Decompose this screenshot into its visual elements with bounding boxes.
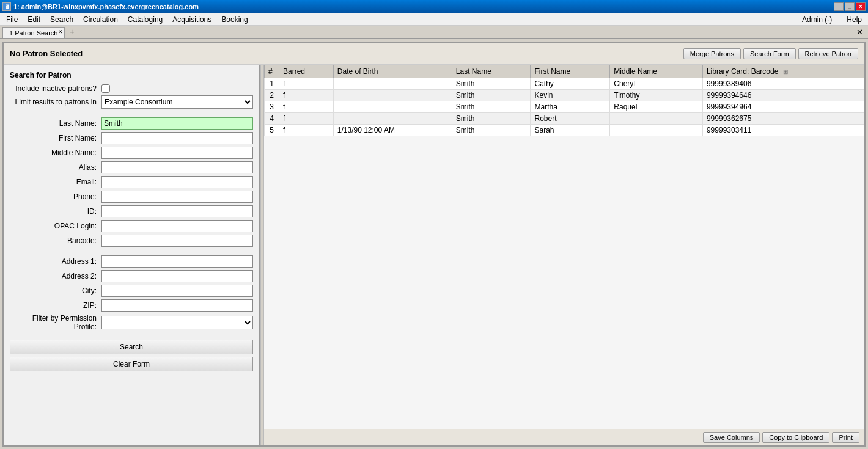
phone-input[interactable] <box>101 191 253 203</box>
merge-patrons-button[interactable]: Merge Patrons <box>683 48 741 59</box>
opac-login-row: OPAC Login: <box>10 220 253 232</box>
retrieve-patron-button[interactable]: Retrieve Patron <box>798 48 858 59</box>
patron-status-title: No Patron Selected <box>10 49 83 58</box>
minimize-button[interactable]: — <box>834 2 844 11</box>
cell-middlename <box>610 125 703 136</box>
search-form-title: Search for Patron <box>10 71 253 79</box>
cell-middlename: Cheryl <box>610 78 703 90</box>
cell-barred: f <box>279 113 334 125</box>
id-input[interactable] <box>101 205 253 217</box>
cell-lastname: Smith <box>452 113 531 125</box>
tab-close-icon[interactable]: ✕ <box>58 29 63 35</box>
menu-booking[interactable]: Booking <box>216 13 252 25</box>
zip-row: ZIP: <box>10 299 253 312</box>
filter-profile-select[interactable] <box>101 316 253 329</box>
last-name-input[interactable] <box>101 117 253 130</box>
table-footer: Save Columns Copy to Clipboard Print <box>264 429 864 445</box>
tab-add-button[interactable]: + <box>66 26 78 38</box>
clear-form-button[interactable]: Clear Form <box>10 357 253 371</box>
search-form-button[interactable]: Search Form <box>743 48 796 59</box>
address1-input[interactable] <box>101 255 253 268</box>
address2-input[interactable] <box>101 270 253 282</box>
menu-circulation[interactable]: Circulation <box>78 13 123 25</box>
menu-edit[interactable]: Edit <box>23 13 45 25</box>
alias-input[interactable] <box>101 161 253 173</box>
maximize-button[interactable]: □ <box>845 2 855 11</box>
app-icon: 🖥 <box>2 2 11 11</box>
cell-firstname: Cathy <box>531 78 610 90</box>
cell-lastname: Smith <box>452 78 531 90</box>
cell-lastname: Smith <box>452 90 531 101</box>
opac-login-label: OPAC Login: <box>10 222 101 230</box>
include-inactive-label: Include inactive patrons? <box>10 84 101 93</box>
cell-dob <box>333 101 452 113</box>
title-bar: 🖥 1: admin@BR1-winxpvmfx.phasefx.evergre… <box>0 0 868 13</box>
menu-search[interactable]: Search <box>45 13 78 25</box>
close-window-icon[interactable]: ✕ <box>856 27 863 37</box>
table-row[interactable]: 4 f Smith Robert 99999362675 <box>265 113 864 125</box>
address2-row: Address 2: <box>10 270 253 282</box>
table-row[interactable]: 3 f Smith Martha Raquel 99999394964 <box>265 101 864 113</box>
title-bar-text: 1: admin@BR1-winxpvmfx.phasefx.evergreen… <box>13 3 199 10</box>
menu-file[interactable]: File <box>1 13 23 25</box>
cell-librarycard: 99999303411 <box>702 125 864 136</box>
col-header-num: # <box>265 65 279 78</box>
menu-admin[interactable]: Admin (-) <box>797 15 837 24</box>
print-button[interactable]: Print <box>832 432 859 443</box>
cell-librarycard: 99999394964 <box>702 101 864 113</box>
limit-results-select[interactable]: Example Consortium <box>101 95 253 109</box>
col-header-barred: Barred <box>279 65 334 78</box>
cell-firstname: Robert <box>531 113 610 125</box>
cell-lastname: Smith <box>452 125 531 136</box>
middle-name-label: Middle Name: <box>10 148 101 157</box>
cell-middlename <box>610 113 703 125</box>
last-name-row: Last Name: <box>10 117 253 130</box>
main-content: No Patron Selected Merge Patrons Search … <box>2 42 866 447</box>
opac-login-input[interactable] <box>101 220 253 232</box>
close-button[interactable]: ✕ <box>856 2 866 11</box>
cell-firstname: Kevin <box>531 90 610 101</box>
table-row[interactable]: 2 f Smith Kevin Timothy 99999394646 <box>265 90 864 101</box>
cell-barred: f <box>279 90 334 101</box>
copy-to-clipboard-button[interactable]: Copy to Clipboard <box>762 432 829 443</box>
cell-dob: 1/13/90 12:00 AM <box>333 125 452 136</box>
city-input[interactable] <box>101 285 253 297</box>
cell-librarycard: 99999389406 <box>702 78 864 90</box>
include-inactive-checkbox[interactable] <box>101 84 110 93</box>
cell-barred: f <box>279 78 334 90</box>
filter-profile-row: Filter by Permission Profile: <box>10 314 253 331</box>
email-input[interactable] <box>101 176 253 188</box>
search-button[interactable]: Search <box>10 340 253 354</box>
cell-num: 4 <box>265 113 279 125</box>
middle-name-input[interactable] <box>101 147 253 159</box>
results-table-wrapper[interactable]: # Barred Date of Birth Last Name First N… <box>264 65 864 429</box>
menu-acquisitions[interactable]: Acquisitions <box>167 13 216 25</box>
save-columns-button[interactable]: Save Columns <box>703 432 760 443</box>
phone-label: Phone: <box>10 192 101 201</box>
include-inactive-row: Include inactive patrons? <box>10 84 253 93</box>
table-row[interactable]: 1 f Smith Cathy Cheryl 99999389406 <box>265 78 864 90</box>
table-row[interactable]: 5 f 1/13/90 12:00 AM Smith Sarah 9999930… <box>265 125 864 136</box>
zip-input[interactable] <box>101 299 253 312</box>
cell-barred: f <box>279 125 334 136</box>
first-name-label: First Name: <box>10 134 101 142</box>
tab-bar: 1 Patron Search ✕ + ✕ <box>0 26 868 39</box>
first-name-input[interactable] <box>101 132 253 144</box>
col-header-librarycard: Library Card: Barcode ⊞ <box>702 65 864 78</box>
cell-middlename: Raquel <box>610 101 703 113</box>
cell-num: 5 <box>265 125 279 136</box>
cell-dob <box>333 90 452 101</box>
cell-dob <box>333 78 452 90</box>
barcode-input[interactable] <box>101 235 253 247</box>
col-header-middlename: Middle Name <box>610 65 703 78</box>
menu-help[interactable]: Help <box>842 15 867 24</box>
filter-profile-label: Filter by Permission Profile: <box>10 314 101 331</box>
tab-patron-search[interactable]: 1 Patron Search ✕ <box>2 27 65 38</box>
cell-librarycard: 99999362675 <box>702 113 864 125</box>
cell-lastname: Smith <box>452 101 531 113</box>
menu-bar: File Edit Search Circulation Cataloging … <box>0 13 868 26</box>
cell-librarycard: 99999394646 <box>702 90 864 101</box>
search-panel: Search for Patron Include inactive patro… <box>4 65 260 445</box>
menu-cataloging[interactable]: Cataloging <box>123 13 167 25</box>
header-bar: No Patron Selected Merge Patrons Search … <box>4 43 864 65</box>
